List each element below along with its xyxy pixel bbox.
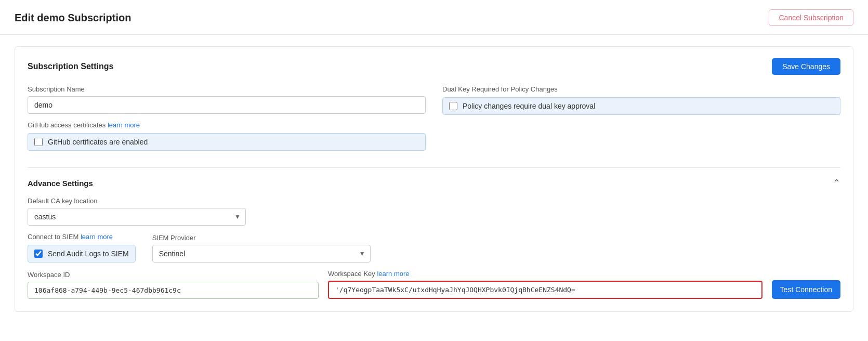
default-ca-field: Default CA key location eastus westus ce…	[28, 197, 840, 226]
default-ca-select[interactable]: eastus westus centralus eastus2 westeuro…	[28, 208, 246, 226]
advance-settings-section: Advance Settings ⌃ Default CA key locati…	[28, 177, 840, 299]
github-certs-checkbox-row: GitHub certificates are enabled	[28, 133, 426, 151]
dual-key-label: Dual Key Required for Policy Changes	[442, 85, 840, 93]
connect-siem-label: Connect to SIEM learn more	[28, 233, 136, 241]
cancel-subscription-button[interactable]: Cancel Subscription	[769, 9, 853, 26]
workspace-key-label: Workspace Key learn more	[328, 270, 762, 278]
workspace-id-col: Workspace ID	[28, 271, 319, 299]
siem-learn-more-link[interactable]: learn more	[81, 233, 113, 241]
page-container: Edit demo Subscription Cancel Subscripti…	[0, 0, 868, 341]
right-column: Dual Key Required for Policy Changes Pol…	[442, 85, 840, 158]
github-certs-label: GitHub access certificates learn more	[28, 121, 426, 129]
chevron-up-icon[interactable]: ⌃	[833, 177, 840, 189]
default-ca-label: Default CA key location	[28, 197, 840, 205]
divider	[28, 167, 840, 168]
workspace-key-input-wrapper	[328, 281, 762, 299]
github-certs-field: GitHub access certificates learn more Gi…	[28, 121, 426, 151]
subscription-fields-row: Subscription Name GitHub access certific…	[28, 85, 840, 158]
advance-settings-header: Advance Settings ⌃	[28, 177, 840, 189]
card-header: Subscription Settings Save Changes	[28, 58, 840, 75]
subscription-name-field: Subscription Name	[28, 85, 426, 114]
workspace-id-input[interactable]	[28, 282, 319, 299]
subscription-name-input[interactable]	[28, 96, 426, 114]
advance-settings-title: Advance Settings	[28, 179, 93, 188]
dual-key-checkbox-row: Policy changes require dual key approval	[442, 97, 840, 115]
siem-checkbox[interactable]	[34, 250, 43, 258]
siem-provider-label: SIEM Provider	[152, 234, 371, 242]
dual-key-checkbox-label: Policy changes require dual key approval	[463, 102, 595, 110]
siem-row: Connect to SIEM learn more Send Audit Lo…	[28, 233, 840, 263]
settings-card: Subscription Settings Save Changes Subsc…	[15, 46, 853, 312]
default-ca-select-wrapper: eastus westus centralus eastus2 westeuro…	[28, 208, 246, 226]
siem-right: SIEM Provider Sentinel Splunk QRadar ▼	[152, 234, 371, 263]
workspace-key-learn-more-link[interactable]: learn more	[377, 270, 409, 278]
siem-left: Connect to SIEM learn more Send Audit Lo…	[28, 233, 136, 263]
siem-provider-select[interactable]: Sentinel Splunk QRadar	[152, 245, 371, 263]
main-content: Subscription Settings Save Changes Subsc…	[0, 35, 868, 323]
workspace-id-label: Workspace ID	[28, 271, 319, 279]
dual-key-checkbox[interactable]	[449, 102, 457, 110]
save-changes-button[interactable]: Save Changes	[772, 58, 840, 75]
dual-key-field: Dual Key Required for Policy Changes Pol…	[442, 85, 840, 115]
page-header: Edit demo Subscription Cancel Subscripti…	[0, 0, 868, 35]
workspace-key-input[interactable]	[329, 282, 761, 298]
test-connection-button[interactable]: Test Connection	[772, 280, 840, 299]
github-certs-learn-more-link[interactable]: learn more	[108, 121, 140, 129]
siem-provider-select-wrapper: Sentinel Splunk QRadar ▼	[152, 245, 371, 263]
github-certs-checkbox-label: GitHub certificates are enabled	[48, 138, 148, 146]
left-column: Subscription Name GitHub access certific…	[28, 85, 426, 158]
card-title: Subscription Settings	[28, 62, 113, 71]
page-title: Edit demo Subscription	[15, 12, 131, 24]
github-certs-checkbox[interactable]	[34, 138, 43, 146]
siem-checkbox-row: Send Audit Logs to SIEM	[28, 245, 136, 263]
workspace-row: Workspace ID Workspace Key learn more Te…	[28, 270, 840, 299]
workspace-key-col: Workspace Key learn more	[328, 270, 762, 299]
subscription-name-label: Subscription Name	[28, 85, 426, 93]
siem-checkbox-label: Send Audit Logs to SIEM	[48, 250, 129, 258]
